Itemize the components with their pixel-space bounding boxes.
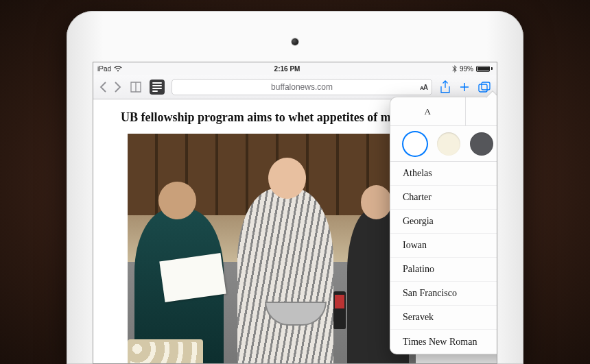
share-button[interactable] [439, 80, 451, 94]
theme-option-2[interactable] [470, 132, 493, 156]
ipad-frame: iPad 2:16 PM 99% [67, 11, 523, 364]
font-size-row: A A [390, 97, 497, 126]
font-option[interactable]: Palatino✓ [390, 258, 497, 282]
svg-rect-0 [479, 84, 487, 92]
tabs-button[interactable] [477, 81, 491, 93]
screen: iPad 2:16 PM 99% [93, 62, 497, 364]
url-text: buffalonews.com [271, 82, 333, 92]
font-list: Athelas✓Charter✓Georgia✓Iowan✓Palatino✓S… [390, 162, 497, 354]
browser-toolbar: buffalonews.com AA [93, 75, 497, 99]
font-name: Times New Roman [403, 337, 477, 348]
font-name: Seravek [403, 312, 434, 323]
wifi-icon [114, 66, 122, 72]
theme-option-0[interactable] [403, 132, 427, 156]
url-field[interactable]: buffalonews.com AA [172, 79, 432, 95]
back-button[interactable] [99, 81, 107, 93]
clock: 2:16 PM [274, 65, 300, 73]
carrier-label: iPad [97, 65, 111, 73]
font-name: Iowan [403, 240, 427, 251]
font-option[interactable]: Seravek✓ [390, 306, 497, 330]
font-option[interactable]: Georgia✓ [390, 210, 497, 234]
font-name: Palatino [403, 264, 434, 275]
font-option[interactable]: Times New Roman✓ [390, 330, 497, 354]
reader-settings-button[interactable]: AA [420, 83, 427, 90]
font-size-smaller-button[interactable]: A [390, 97, 466, 125]
theme-row [390, 126, 497, 162]
reader-mode-button[interactable] [150, 80, 165, 95]
bookmarks-button[interactable] [129, 81, 143, 93]
battery-percent: 99% [460, 65, 473, 73]
svg-rect-1 [482, 82, 490, 90]
font-option[interactable]: Charter✓ [390, 186, 497, 210]
new-tab-button[interactable] [458, 81, 471, 93]
status-bar: iPad 2:16 PM 99% [93, 62, 497, 75]
font-option[interactable]: San Francisco✓ [390, 282, 497, 306]
forward-button[interactable] [114, 81, 122, 93]
theme-option-1[interactable] [437, 132, 460, 156]
font-option[interactable]: Athelas✓ [390, 162, 497, 186]
front-camera [292, 38, 298, 45]
bluetooth-icon [452, 65, 457, 73]
font-name: Georgia [403, 216, 434, 227]
reader-settings-popover: A A Athelas✓Charter✓Georgia✓Iowan✓Palati… [390, 97, 497, 354]
font-name: San Francisco [403, 288, 457, 299]
font-name: Athelas [403, 168, 432, 179]
battery-icon [476, 66, 493, 72]
font-name: Charter [403, 192, 432, 203]
font-option[interactable]: Iowan✓ [390, 234, 497, 258]
article-hero-image [128, 134, 416, 364]
